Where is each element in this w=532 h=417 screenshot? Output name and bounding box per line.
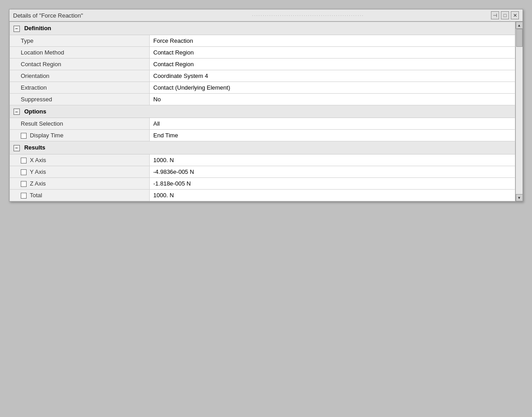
maximize-button[interactable]: □ — [501, 11, 509, 19]
row-contact-region: Contact Region Contact Region — [10, 58, 515, 70]
display-time-checkbox[interactable] — [21, 133, 27, 139]
label-result-selection: Result Selection — [10, 118, 150, 130]
label-contact-region: Contact Region — [10, 58, 150, 70]
scrollbar[interactable]: ▲ ▼ — [515, 22, 523, 201]
value-x-axis: 1000. N — [150, 154, 515, 166]
results-toggle[interactable]: − — [14, 145, 20, 151]
label-orientation: Orientation — [10, 70, 150, 82]
section-options-header: − Options — [10, 105, 515, 118]
section-results-header: − Results — [10, 141, 515, 154]
row-suppressed: Suppressed No — [10, 93, 515, 105]
pin-button[interactable]: ⊣ — [491, 11, 499, 19]
label-y-axis: Y Axis — [10, 166, 150, 177]
row-total: Total 1000. N — [10, 189, 515, 201]
scroll-thumb[interactable] — [516, 29, 523, 47]
value-extraction: Contact (Underlying Element) — [150, 82, 515, 93]
value-type: Force Reaction — [150, 35, 515, 46]
label-location-method: Location Method — [10, 46, 150, 58]
value-total: 1000. N — [150, 189, 515, 201]
label-x-axis: X Axis — [10, 154, 150, 166]
properties-table: − Definition Type Force Reaction Locatio… — [9, 22, 515, 201]
total-checkbox[interactable] — [21, 193, 27, 199]
label-type: Type — [10, 35, 150, 46]
label-extraction: Extraction — [10, 82, 150, 93]
label-z-axis: Z Axis — [10, 177, 150, 189]
row-result-selection: Result Selection All — [10, 118, 515, 130]
value-orientation: Coordinate System 4 — [150, 70, 515, 82]
definition-toggle[interactable]: − — [14, 26, 20, 32]
z-axis-checkbox[interactable] — [21, 181, 27, 187]
label-display-time: Display Time — [10, 130, 150, 141]
details-panel: Details of "Force Reaction" ············… — [9, 9, 523, 202]
value-suppressed: No — [150, 93, 515, 105]
row-extraction: Extraction Contact (Underlying Element) — [10, 82, 515, 93]
results-label: Results — [24, 144, 46, 151]
row-location-method: Location Method Contact Region — [10, 46, 515, 58]
scroll-down-button[interactable]: ▼ — [516, 194, 523, 201]
scroll-up-button[interactable]: ▲ — [516, 22, 523, 29]
options-toggle[interactable]: − — [14, 109, 20, 115]
row-z-axis: Z Axis -1.818e-005 N — [10, 177, 515, 189]
value-result-selection: All — [150, 118, 515, 130]
panel-content: − Definition Type Force Reaction Locatio… — [9, 22, 523, 201]
row-x-axis: X Axis 1000. N — [10, 154, 515, 166]
panel-title: Details of "Force Reaction" — [13, 12, 250, 19]
x-axis-checkbox[interactable] — [21, 158, 27, 163]
value-contact-region: Contact Region — [150, 58, 515, 70]
row-display-time: Display Time End Time — [10, 130, 515, 141]
y-axis-checkbox[interactable] — [21, 169, 27, 175]
label-suppressed: Suppressed — [10, 93, 150, 105]
row-orientation: Orientation Coordinate System 4 — [10, 70, 515, 82]
scroll-track[interactable] — [516, 29, 523, 194]
table-area: − Definition Type Force Reaction Locatio… — [9, 22, 515, 201]
value-display-time: End Time — [150, 130, 515, 141]
row-type: Type Force Reaction — [10, 35, 515, 46]
title-bar: Details of "Force Reaction" ············… — [9, 9, 523, 22]
row-y-axis: Y Axis -4.9836e-005 N — [10, 166, 515, 177]
definition-label: Definition — [24, 25, 51, 32]
options-label: Options — [24, 108, 46, 115]
value-z-axis: -1.818e-005 N — [150, 177, 515, 189]
value-y-axis: -4.9836e-005 N — [150, 166, 515, 177]
value-location-method: Contact Region — [150, 46, 515, 58]
section-definition-header: − Definition — [10, 22, 515, 35]
close-button[interactable]: ✕ — [511, 11, 519, 19]
label-total: Total — [10, 189, 150, 201]
